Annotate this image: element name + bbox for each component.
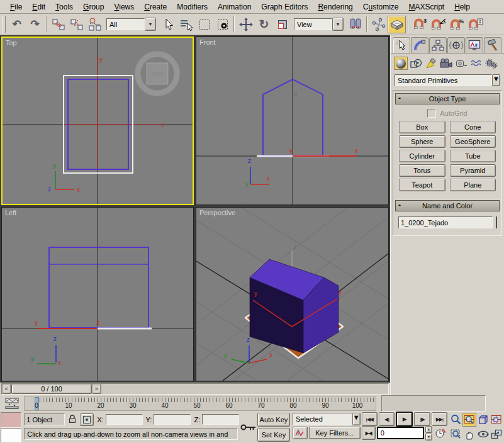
menu-tools[interactable]: Tools <box>50 1 78 13</box>
rectangular-selection-region-icon[interactable] <box>195 16 213 33</box>
reference-coordinate-system-dropdown[interactable]: View ▼ <box>294 18 344 31</box>
next-frame-button[interactable]: ||▶ <box>414 412 430 426</box>
spinner-snap-toggle-icon[interactable] <box>466 16 484 33</box>
angle-snap-toggle-icon[interactable] <box>429 16 447 33</box>
menu-animation[interactable]: Animation <box>213 1 256 13</box>
menu-help[interactable]: Help <box>449 1 475 13</box>
category-lights-icon[interactable] <box>424 57 438 70</box>
time-slider-track[interactable]: < 0 / 100 > <box>1 383 389 395</box>
viewport-perspective-label[interactable]: Perspective <box>199 209 235 216</box>
viewport-front-canvas[interactable]: z y x z x y <box>196 37 388 205</box>
menu-group[interactable]: Group <box>78 1 109 13</box>
select-object-icon[interactable] <box>159 16 177 33</box>
menu-views[interactable]: Views <box>109 1 139 13</box>
region-zoom-icon[interactable] <box>450 427 462 441</box>
torus-button[interactable]: Torus <box>399 164 445 177</box>
dropdown-arrow-icon[interactable]: ▼ <box>352 413 361 425</box>
category-space-warps-icon[interactable] <box>469 57 483 70</box>
tab-hierarchy[interactable] <box>429 37 447 53</box>
auto-key-button[interactable]: Auto Key <box>257 413 290 427</box>
selection-filter-dropdown[interactable]: All ▼ <box>106 18 156 31</box>
frame-spinner[interactable]: ▲ ▼ <box>425 426 432 440</box>
viewport-left-canvas[interactable]: y x z y x <box>2 208 193 381</box>
y-coordinate-input[interactable] <box>154 414 191 425</box>
viewport-perspective-canvas[interactable]: z y x z x y <box>196 208 388 381</box>
absolute-mode-toggle-icon[interactable] <box>80 413 94 426</box>
category-geometry-icon[interactable] <box>394 57 408 70</box>
track-bar-ruler[interactable]: 0 10 20 30 40 50 60 70 80 90 100 <box>24 396 376 411</box>
maximize-viewport-toggle-icon[interactable] <box>490 427 503 441</box>
category-systems-icon[interactable] <box>484 57 498 70</box>
select-and-manipulate-icon[interactable] <box>369 16 388 33</box>
undo-icon[interactable]: ↶ <box>8 16 26 33</box>
pan-view-icon[interactable] <box>462 427 476 441</box>
unlink-selection-icon[interactable] <box>67 16 86 33</box>
box-button[interactable]: Box <box>399 121 445 133</box>
z-coordinate-input[interactable] <box>202 414 239 425</box>
category-cameras-icon[interactable] <box>439 57 453 70</box>
go-to-end-button[interactable]: ▶▶| <box>432 412 447 426</box>
subcategory-dropdown[interactable]: Standard Primitives ▼ <box>395 74 500 86</box>
spinner-up-icon[interactable]: ▲ <box>425 426 432 433</box>
menu-edit[interactable]: Edit <box>27 1 50 13</box>
toolbar-drag-handle[interactable] <box>2 16 6 33</box>
previous-frame-arrow[interactable]: < <box>2 384 11 394</box>
tab-modify[interactable] <box>411 37 428 53</box>
key-filters-button[interactable]: Key Filters... <box>309 427 361 439</box>
viewport-top-canvas[interactable]: y x TOP y x z <box>3 38 193 204</box>
open-mini-curve-editor-icon[interactable] <box>0 395 24 412</box>
key-mode-dropdown[interactable]: Selected ▼ <box>293 413 361 425</box>
x-coordinate-input[interactable] <box>106 414 143 425</box>
use-pivot-point-center-icon[interactable] <box>346 16 364 33</box>
menu-create[interactable]: Create <box>139 1 172 13</box>
current-frame-field[interactable]: 0 <box>377 427 424 439</box>
geosphere-button[interactable]: GeoSphere <box>450 135 496 148</box>
tab-utilities[interactable] <box>484 37 501 53</box>
tab-create[interactable] <box>393 37 410 53</box>
previous-frame-button[interactable]: ◀|| <box>379 412 395 426</box>
viewport-left[interactable]: Left y x z y x <box>1 207 194 381</box>
zoom-icon[interactable] <box>450 413 462 427</box>
time-slider-thumb[interactable]: 0 / 100 <box>11 384 92 394</box>
tube-button[interactable]: Tube <box>450 150 496 162</box>
select-and-scale-icon[interactable] <box>273 16 291 33</box>
dropdown-arrow-icon[interactable]: ▼ <box>332 18 344 31</box>
redo-icon[interactable]: ↷ <box>26 16 44 33</box>
menu-customize[interactable]: Customize <box>358 1 404 13</box>
name-color-rollout-header[interactable]: - Name and Color <box>395 200 500 211</box>
object-type-rollout-header[interactable]: - Object Type <box>395 93 500 104</box>
category-helpers-icon[interactable] <box>454 57 468 70</box>
dropdown-arrow-icon[interactable]: ▼ <box>492 74 500 86</box>
zoom-extents-icon[interactable] <box>477 413 490 427</box>
default-in-out-tangent-icon[interactable] <box>293 427 308 439</box>
next-frame-arrow[interactable]: > <box>92 384 101 394</box>
object-name-input[interactable] <box>398 216 493 228</box>
plane-button[interactable]: Plane <box>450 179 496 191</box>
percent-snap-toggle-icon[interactable]: % <box>447 16 466 33</box>
listener-macro-pane[interactable] <box>1 412 21 428</box>
teapot-button[interactable]: Teapot <box>399 179 445 191</box>
viewport-front[interactable]: Front z y x z x y <box>196 36 389 205</box>
select-and-link-icon[interactable] <box>49 16 67 33</box>
object-color-swatch[interactable] <box>496 216 497 228</box>
pyramid-button[interactable]: Pyramid <box>450 164 496 177</box>
dropdown-arrow-icon[interactable]: ▼ <box>145 18 156 31</box>
time-configuration-icon[interactable] <box>434 427 447 439</box>
cone-button[interactable]: Cone <box>450 121 496 133</box>
select-and-rotate-icon[interactable]: ↻ <box>255 16 273 33</box>
viewport-top[interactable]: Top y x TOP y <box>1 36 194 205</box>
window-crossing-icon[interactable] <box>213 16 232 33</box>
key-mode-toggle-button[interactable]: ▶◀ <box>362 426 376 440</box>
keyboard-shortcut-override-icon[interactable] <box>388 16 406 33</box>
go-to-start-button[interactable]: |◀◀ <box>362 412 378 426</box>
sphere-button[interactable]: Sphere <box>399 135 445 148</box>
selection-lock-icon[interactable] <box>67 413 78 425</box>
menu-modifiers[interactable]: Modifiers <box>172 1 213 13</box>
snaps-toggle-3d-icon[interactable]: 3 <box>411 16 429 33</box>
cylinder-button[interactable]: Cylinder <box>399 150 445 162</box>
spinner-down-icon[interactable]: ▼ <box>425 434 432 440</box>
viewcube[interactable]: TOP <box>135 51 180 96</box>
set-key-mode-icon[interactable] <box>239 412 257 443</box>
zoom-extents-all-icon[interactable] <box>490 413 503 427</box>
viewport-left-label[interactable]: Left <box>5 209 16 216</box>
